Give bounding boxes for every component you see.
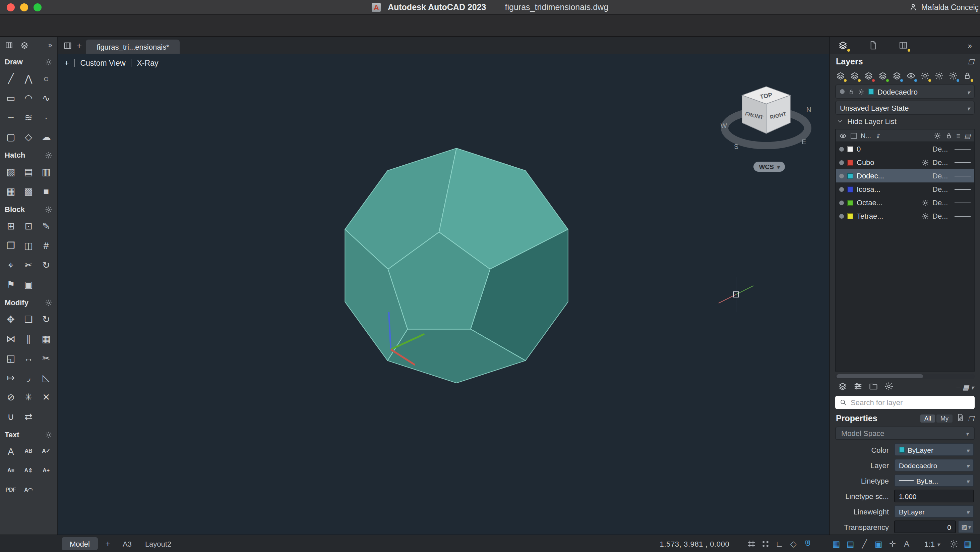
- current-layer-dropdown[interactable]: Dodecaedro: [835, 85, 975, 99]
- dodecahedron-object[interactable]: [316, 125, 597, 407]
- lineweight-column-icon[interactable]: [956, 132, 960, 139]
- color-dropdown[interactable]: ByLayer: [894, 444, 974, 456]
- filter-column-icon[interactable]: [851, 132, 857, 139]
- file-tabs-menu-icon[interactable]: [63, 38, 72, 54]
- explode-tool-icon[interactable]: ✳: [20, 387, 38, 407]
- delete-layer-icon[interactable]: [862, 70, 875, 82]
- customization-icon[interactable]: ▦: [961, 537, 975, 550]
- layer-walk-icon[interactable]: [904, 70, 918, 82]
- object-snap-icon[interactable]: [800, 537, 815, 550]
- revision-cloud-tool-icon[interactable]: ☁: [37, 127, 55, 146]
- layer-freeze-icon[interactable]: [922, 159, 929, 166]
- dynamic-input-icon[interactable]: ✛: [886, 537, 900, 550]
- gradient-tool-icon[interactable]: ▤: [20, 162, 38, 181]
- user-account[interactable]: Mafalda Conceiç: [904, 0, 980, 14]
- fillet-tool-icon[interactable]: ◞: [20, 367, 38, 387]
- point-tool-icon[interactable]: ∙: [37, 107, 55, 127]
- define-attribute-tool-icon[interactable]: ◫: [20, 235, 38, 255]
- workspace-icon[interactable]: [947, 537, 961, 550]
- align-tool-icon[interactable]: ⇄: [20, 407, 38, 426]
- grid-icon[interactable]: [744, 537, 758, 550]
- section-settings-icon[interactable]: [45, 431, 52, 438]
- new-drawing-tab-button[interactable]: +: [76, 38, 82, 54]
- viewport-view-control[interactable]: Custom View: [80, 59, 125, 67]
- copy-tool-icon[interactable]: ❏: [20, 309, 38, 329]
- group-filter-icon[interactable]: [867, 380, 880, 392]
- layout-tab-2[interactable]: Layout2: [140, 539, 176, 548]
- new-layout-button[interactable]: +: [102, 539, 114, 549]
- clip-block-tool-icon[interactable]: ✂: [20, 255, 38, 274]
- layer-row[interactable]: Dodec... De...: [836, 169, 974, 182]
- pdf-export-tool-icon[interactable]: PDF: [2, 480, 20, 500]
- join-tool-icon[interactable]: ∪: [2, 407, 20, 426]
- tool-sets-grid-icon[interactable]: [5, 41, 13, 49]
- layer-on-indicator[interactable]: [839, 187, 844, 191]
- solid-fill-tool-icon[interactable]: ▩: [20, 181, 38, 201]
- extend-tool-icon[interactable]: ↦: [2, 367, 20, 387]
- left-panel-overflow-icon[interactable]: »: [48, 41, 52, 49]
- layer-on-indicator[interactable]: [839, 200, 844, 205]
- hide-layer-list-toggle[interactable]: Hide Layer List: [830, 115, 980, 128]
- palette-overflow-icon[interactable]: »: [968, 41, 972, 49]
- move-tool-icon[interactable]: ✥: [2, 309, 20, 329]
- create-block-tool-icon[interactable]: ⊡: [20, 216, 38, 235]
- snap-icon[interactable]: [758, 537, 772, 550]
- close-button[interactable]: [7, 3, 15, 11]
- transparency-pattern-button[interactable]: ▨: [958, 520, 974, 533]
- scrollbar-thumb[interactable]: [837, 374, 923, 378]
- viewcube[interactable]: W S E N TOP FRONT RIGHT: [713, 73, 820, 159]
- columns-options-icon[interactable]: [964, 132, 970, 139]
- line-tool-icon[interactable]: ╱: [2, 69, 20, 88]
- manage-attributes-tool-icon[interactable]: #: [37, 235, 55, 255]
- layer-row[interactable]: Octae... De...: [836, 196, 974, 209]
- layer-color-swatch[interactable]: [847, 173, 853, 179]
- layer-on-indicator[interactable]: [839, 214, 844, 218]
- circle-tool-icon[interactable]: ○: [37, 69, 55, 88]
- filter-my-button[interactable]: My: [936, 415, 953, 423]
- annotation-scale-control[interactable]: 1:1: [924, 539, 940, 548]
- layer-on-indicator[interactable]: [839, 147, 844, 151]
- region-tool-icon[interactable]: ▦: [2, 181, 20, 201]
- new-layer-icon[interactable]: [834, 70, 847, 82]
- layer-states-manager-icon[interactable]: [836, 380, 849, 392]
- sheets-palette-tab[interactable]: [868, 40, 878, 50]
- rectangle-tool-icon[interactable]: ▭: [2, 88, 20, 107]
- properties-popout-icon[interactable]: [968, 415, 974, 422]
- freeze-layer-icon[interactable]: [947, 70, 960, 82]
- column-settings-icon[interactable]: [963, 380, 969, 392]
- layer-dropdown[interactable]: Dodecaedro: [894, 459, 974, 472]
- rounded-rectangle-tool-icon[interactable]: ▢: [2, 127, 20, 146]
- erase-tool-icon[interactable]: ⊘: [2, 387, 20, 407]
- layer-color-swatch[interactable]: [847, 159, 853, 165]
- hatch-tool-icon[interactable]: ▨: [2, 162, 20, 181]
- set-current-layer-icon[interactable]: [876, 70, 889, 82]
- spell-check-tool-icon[interactable]: A✓: [37, 441, 55, 461]
- linetype-dropdown[interactable]: ByLa...: [894, 474, 974, 487]
- layer-row[interactable]: Cubo De...: [836, 156, 974, 169]
- wipeout-tool-icon[interactable]: ■: [37, 181, 55, 201]
- wcs-dropdown[interactable]: WCS: [754, 162, 785, 172]
- block-editor-tool-icon[interactable]: ✎: [37, 216, 55, 235]
- multiline-tool-icon[interactable]: ≋: [20, 107, 38, 127]
- mirror-tool-icon[interactable]: ⋈: [2, 329, 20, 348]
- drawing-tab-active[interactable]: figuras_tri...ensionais*: [86, 40, 180, 54]
- isolate-objects-icon[interactable]: ▤: [843, 537, 858, 550]
- arc-text-tool-icon[interactable]: A◠: [20, 480, 38, 500]
- minimize-button[interactable]: [20, 3, 28, 11]
- text-scale-tool-icon[interactable]: A⇕: [20, 461, 38, 480]
- attribute-flag-tool-icon[interactable]: ⚑: [2, 274, 20, 294]
- lock-layer-icon[interactable]: [961, 70, 974, 82]
- isodraft-icon[interactable]: ◇: [786, 537, 800, 550]
- set-base-point-tool-icon[interactable]: ⌖: [2, 255, 20, 274]
- text-style-tool-icon[interactable]: A+: [37, 461, 55, 480]
- zoom-button[interactable]: [33, 3, 41, 11]
- freeze-column-icon[interactable]: [934, 132, 941, 139]
- section-settings-icon[interactable]: [45, 58, 52, 65]
- section-settings-icon[interactable]: [45, 299, 52, 306]
- clean-screen-icon[interactable]: ╱: [858, 537, 872, 550]
- viewport-maximize-control[interactable]: +: [64, 59, 69, 67]
- justify-text-tool-icon[interactable]: A≡: [2, 461, 20, 480]
- stretch-tool-icon[interactable]: ↔: [20, 348, 38, 367]
- ortho-icon[interactable]: ∟: [772, 537, 786, 550]
- polygon-tool-icon[interactable]: ◇: [20, 127, 38, 146]
